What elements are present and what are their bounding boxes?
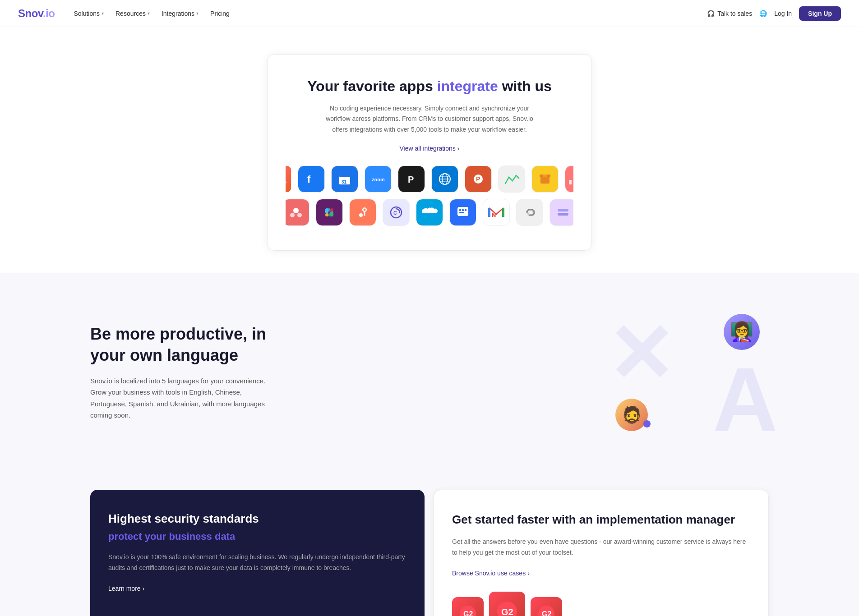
- svg-text:zoom: zoom: [372, 177, 385, 182]
- chevron-right-icon: ›: [457, 145, 460, 152]
- talk-to-sales-button[interactable]: 🎧 Talk to sales: [707, 10, 752, 17]
- app-icon-gmail: M: [483, 199, 510, 226]
- integrations-description: No coding experience necessary. Simply c…: [321, 103, 538, 135]
- app-icon-web: [431, 165, 458, 193]
- g2-badge-2: G2 BEST RESULTS: [489, 592, 525, 616]
- svg-point-38: [359, 213, 363, 217]
- nav-integrations[interactable]: Integrations ▾: [157, 7, 203, 20]
- integrations-card: Your favorite apps integrate with us No …: [267, 54, 592, 251]
- svg-text:G2: G2: [463, 610, 473, 616]
- nav-solutions[interactable]: Solutions ▾: [69, 7, 108, 20]
- app-icon-facebook: f: [298, 165, 325, 193]
- chevron-right-icon: ›: [143, 585, 145, 592]
- bottom-cards: Highest security standards protect your …: [0, 472, 859, 616]
- svg-rect-41: [457, 207, 468, 216]
- view-all-integrations-link[interactable]: View all integrations ›: [400, 145, 460, 152]
- implementation-card: Get started faster with an implementatio…: [434, 490, 769, 616]
- g2-badges: G2 LEADER G2 BEST RESULTS G2: [452, 592, 750, 616]
- svg-rect-19: [543, 175, 547, 177]
- implementation-title: Get started faster with an implementatio…: [452, 512, 750, 528]
- implementation-description: Get all the answers before you even have…: [452, 537, 750, 558]
- language-description: Snov.io is localized into 5 languages fo…: [90, 375, 280, 421]
- nav-links: Solutions ▾ Resources ▾ Integrations ▾ P…: [69, 7, 234, 20]
- svg-point-27: [290, 213, 295, 217]
- app-icon-product-hunt: P: [465, 165, 492, 193]
- svg-rect-32: [328, 213, 333, 216]
- language-button[interactable]: 🌐: [759, 10, 767, 17]
- svg-text:G2: G2: [501, 607, 513, 616]
- svg-point-28: [297, 213, 302, 217]
- chevron-right-icon: ›: [527, 570, 530, 577]
- svg-point-26: [293, 208, 299, 213]
- svg-text:31: 31: [342, 179, 347, 184]
- language-text: Be more productive, in your own language…: [90, 324, 280, 421]
- app-icon-box: [531, 165, 559, 193]
- svg-rect-34: [330, 208, 333, 211]
- svg-rect-50: [558, 209, 568, 211]
- browse-use-cases-link[interactable]: Browse Snov.io use cases ›: [452, 570, 530, 577]
- svg-rect-47: [488, 208, 490, 217]
- integrations-title: Your favorite apps integrate with us: [286, 77, 573, 96]
- app-icon-hubspot: [349, 199, 376, 226]
- logo-text: Snov: [18, 7, 43, 19]
- svg-rect-4: [339, 174, 350, 177]
- app-icon-zoom: zoom: [365, 165, 392, 193]
- avatar-man: 🧔: [615, 399, 648, 431]
- app-icon-calendar: 31: [331, 165, 358, 193]
- learn-more-link[interactable]: Learn more ›: [108, 585, 144, 592]
- integrations-row-1: f 31 zoom: [286, 165, 573, 193]
- app-icon-asana: [286, 199, 309, 226]
- svg-rect-20: [569, 180, 572, 184]
- logo[interactable]: Snov.io: [18, 7, 55, 20]
- language-title: Be more productive, in your own language: [90, 324, 280, 366]
- svg-rect-33: [325, 213, 328, 216]
- page-content: Your favorite apps integrate with us No …: [0, 27, 859, 616]
- app-icon-analytics: [565, 165, 573, 193]
- nav-right: 🎧 Talk to sales 🌐 Log In Sign Up: [707, 6, 841, 21]
- security-description: Snov.io is your 100% safe environment fo…: [108, 552, 406, 574]
- nav-pricing[interactable]: Pricing: [206, 7, 234, 20]
- security-subtitle: protect your business data: [108, 530, 406, 543]
- integrations-row-2: C: [286, 199, 573, 226]
- app-icon-clockwise: C: [383, 199, 410, 226]
- svg-rect-30: [325, 208, 331, 211]
- app-icon: [286, 165, 291, 193]
- language-x-char: ✕: [606, 314, 674, 395]
- svg-rect-43: [462, 209, 464, 211]
- app-icon-salesforce: [416, 199, 443, 226]
- chevron-down-icon: ▾: [102, 11, 104, 16]
- logo-suffix: .io: [43, 7, 55, 19]
- svg-text:M: M: [492, 211, 497, 218]
- app-icon-link: [516, 199, 543, 226]
- svg-marker-0: [286, 175, 286, 183]
- login-button[interactable]: Log In: [774, 10, 792, 17]
- integrations-section: Your favorite apps integrate with us No …: [0, 27, 859, 273]
- avatar-girl: 👩‍🏫: [724, 314, 760, 350]
- svg-text:G2: G2: [542, 610, 551, 616]
- app-icon-intercom: [449, 199, 476, 226]
- svg-rect-44: [465, 209, 466, 211]
- svg-text:P: P: [476, 175, 480, 183]
- nav-resources[interactable]: Resources ▾: [111, 7, 154, 20]
- signup-button[interactable]: Sign Up: [799, 6, 841, 21]
- svg-rect-45: [459, 212, 464, 213]
- svg-rect-42: [459, 209, 461, 211]
- app-icon-peerlist: P: [398, 165, 425, 193]
- nav-left: Snov.io Solutions ▾ Resources ▾ Integrat…: [18, 7, 234, 20]
- avatar-dot: [643, 420, 651, 428]
- headset-icon: 🎧: [707, 10, 715, 17]
- app-icon-storage: [550, 199, 573, 226]
- security-card: Highest security standards protect your …: [90, 490, 425, 616]
- chevron-down-icon: ▾: [148, 11, 150, 16]
- svg-text:C: C: [393, 210, 397, 216]
- chevron-down-icon: ▾: [196, 11, 199, 16]
- svg-text:f: f: [307, 174, 311, 185]
- g2-badge-1: G2 LEADER: [452, 597, 484, 616]
- svg-point-36: [364, 208, 366, 211]
- language-visual: ✕ A 👩‍🏫 🧔: [597, 309, 769, 436]
- g2-badge-3: G2 HIGH PERF.: [531, 597, 562, 616]
- security-title: Highest security standards: [108, 511, 406, 527]
- app-icon-slack: [316, 199, 343, 226]
- language-section: Be more productive, in your own language…: [0, 273, 859, 472]
- navbar: Snov.io Solutions ▾ Resources ▾ Integrat…: [0, 0, 859, 27]
